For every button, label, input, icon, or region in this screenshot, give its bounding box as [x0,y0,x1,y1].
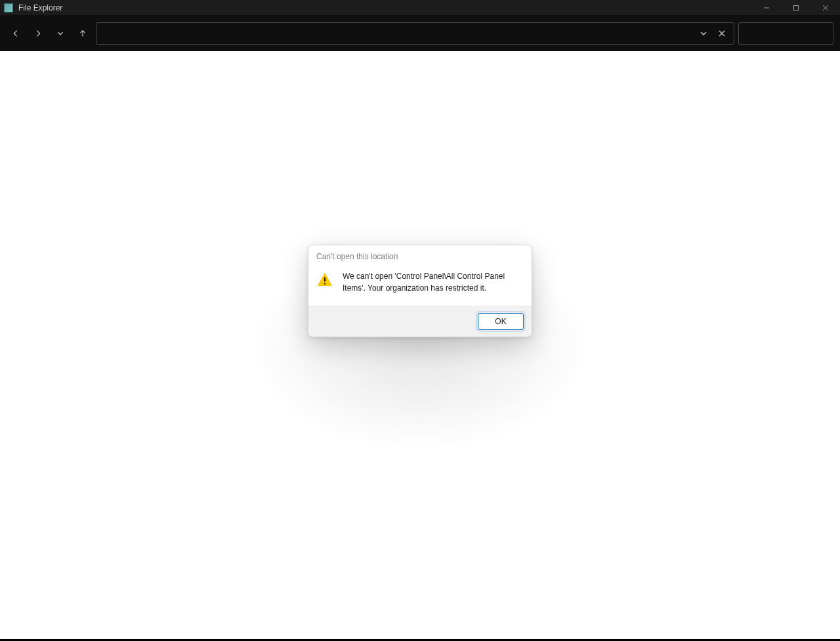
dialog-message: We can't open 'Control Panel\All Control… [343,270,522,294]
search-bar[interactable] [738,22,833,45]
dialog-body: We can't open 'Control Panel\All Control… [308,264,532,306]
search-input[interactable] [744,28,840,38]
modal-overlay: Can't open this location We can't open '… [0,51,840,641]
svg-rect-3 [324,283,326,284]
address-bar[interactable] [96,22,734,45]
toolbar [0,15,840,51]
dialog-footer: OK [308,306,532,337]
address-input[interactable] [100,28,693,38]
back-button[interactable] [7,24,25,43]
warning-icon [316,272,333,289]
file-explorer-icon [4,3,13,12]
svg-rect-0 [793,5,798,10]
address-dropdown-button[interactable] [696,26,711,41]
svg-rect-2 [324,278,326,282]
close-button[interactable] [810,0,840,15]
titlebar: File Explorer [0,0,840,15]
error-dialog: Can't open this location We can't open '… [308,245,532,337]
titlebar-left: File Explorer [4,3,62,12]
refresh-close-button[interactable] [714,26,730,41]
dialog-title: Can't open this location [308,245,532,264]
content-area: Can't open this location We can't open '… [0,51,840,641]
window-controls [751,0,840,15]
minimize-button[interactable] [751,0,781,15]
up-button[interactable] [74,24,92,43]
recent-locations-button[interactable] [51,24,70,43]
window-title: File Explorer [18,3,62,12]
ok-button[interactable]: OK [478,313,524,330]
forward-button[interactable] [29,24,47,43]
maximize-button[interactable] [781,0,810,15]
